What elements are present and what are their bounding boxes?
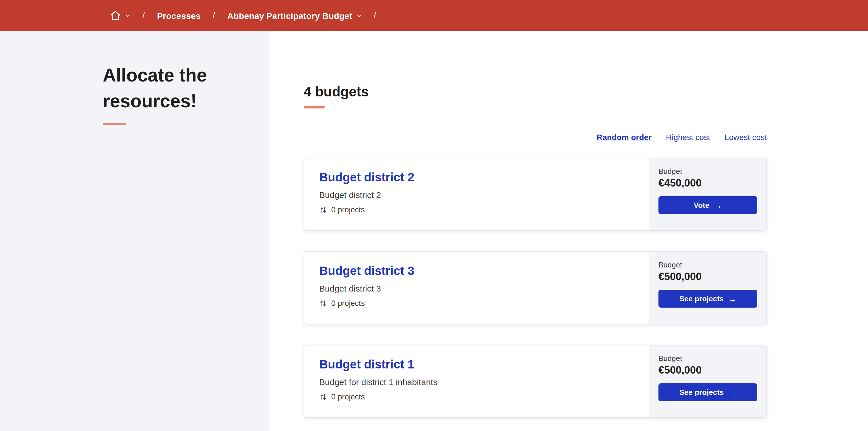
see-projects-button-label: See projects [679,295,724,303]
budget-projects-count: 0 projects [319,206,634,214]
budget-description: Budget district 2 [319,190,634,200]
arrow-right-icon: → [728,295,736,303]
budget-card-body: Budget district 2 Budget district 2 0 pr… [304,158,649,230]
budget-aside: Budget €500,000 See projects → [649,345,766,417]
budget-card-body: Budget district 3 Budget district 3 0 pr… [304,252,649,324]
see-projects-button-label: See projects [679,388,724,397]
budget-card: Budget district 1 Budget for district 1 … [304,345,767,418]
budget-projects-count: 0 projects [319,393,634,401]
swap-vertical-icon [319,299,327,307]
budget-label: Budget [658,167,757,176]
vote-button[interactable]: Vote → [658,196,757,214]
budget-card: Budget district 3 Budget district 3 0 pr… [304,251,767,324]
home-icon[interactable] [110,10,121,21]
budget-label: Budget [658,260,757,269]
budget-description: Budget district 3 [319,283,634,293]
budget-title-link[interactable]: Budget district 3 [319,264,414,278]
breadcrumb-home[interactable] [110,10,130,21]
budget-projects-count: 0 projects [319,299,634,308]
breadcrumb-link-processes[interactable]: Processes [157,11,200,20]
topbar: / Processes / Abbenay Participatory Budg… [0,0,868,31]
breadcrumb-separator: / [143,10,145,21]
arrow-right-icon: → [714,201,722,209]
budget-card-list: Budget district 2 Budget district 2 0 pr… [304,158,767,418]
projects-count-label: 0 projects [331,206,365,214]
breadcrumb-separator: / [213,10,215,21]
content: Allocate the resources! 4 budgets Random… [0,31,868,431]
budgets-page: / Processes / Abbenay Participatory Budg… [0,0,868,431]
swap-vertical-icon [319,393,327,401]
swap-vertical-icon [319,206,327,214]
budget-label: Budget [658,354,757,363]
budget-card-body: Budget district 1 Budget for district 1 … [304,345,649,417]
sort-random-order[interactable]: Random order [597,132,652,142]
breadcrumb-link-process-title[interactable]: Abbenay Participatory Budget [227,11,352,20]
breadcrumb-current-process[interactable]: Abbenay Participatory Budget [227,11,362,20]
sort-highest-cost[interactable]: Highest cost [666,132,710,142]
see-projects-button[interactable]: See projects → [658,290,757,308]
budget-title-link[interactable]: Budget district 1 [319,358,414,371]
chevron-down-icon[interactable] [356,13,361,18]
budget-aside: Budget €450,000 Vote → [649,158,766,230]
budget-amount: €500,000 [658,364,757,376]
vote-button-label: Vote [694,201,709,210]
projects-count-label: 0 projects [331,393,365,401]
sort-lowest-cost[interactable]: Lowest cost [724,132,767,142]
budget-title-link[interactable]: Budget district 2 [319,171,414,184]
arrow-right-icon: → [728,388,736,396]
budget-amount: €500,000 [658,271,757,283]
title-underline-decorator [103,123,126,125]
sort-controls: Random order Highest cost Lowest cost [304,132,767,142]
budget-card: Budget district 2 Budget district 2 0 pr… [304,158,767,231]
chevron-down-icon[interactable] [125,13,130,18]
budgets-count-heading: 4 budgets [304,84,767,100]
breadcrumb-separator: / [373,10,376,21]
budget-description: Budget for district 1 inhabitants [319,377,634,387]
main: 4 budgets Random order Highest cost Lowe… [269,31,868,431]
sidebar: Allocate the resources! [0,31,269,431]
breadcrumb: / Processes / Abbenay Participatory Budg… [110,10,376,21]
heading-underline-decorator [304,106,325,109]
projects-count-label: 0 projects [331,299,365,308]
budget-aside: Budget €500,000 See projects → [649,252,766,324]
page-title: Allocate the resources! [103,63,223,115]
see-projects-button[interactable]: See projects → [658,383,757,401]
budget-amount: €450,000 [658,177,757,189]
